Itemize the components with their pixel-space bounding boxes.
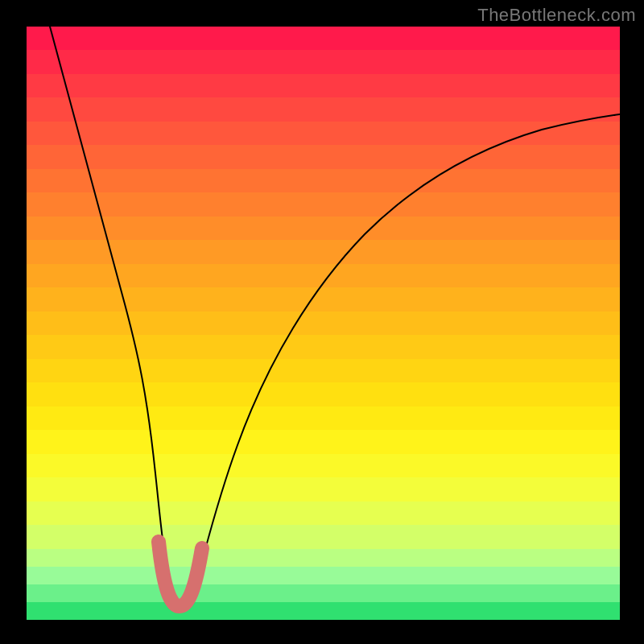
plot-area: [27, 27, 620, 620]
trough-highlight: [159, 542, 202, 606]
chart-container: TheBottleneck.com: [0, 0, 644, 644]
bottleneck-curve: [50, 27, 620, 606]
curve-svg: [27, 27, 620, 620]
watermark-text: TheBottleneck.com: [477, 5, 636, 26]
